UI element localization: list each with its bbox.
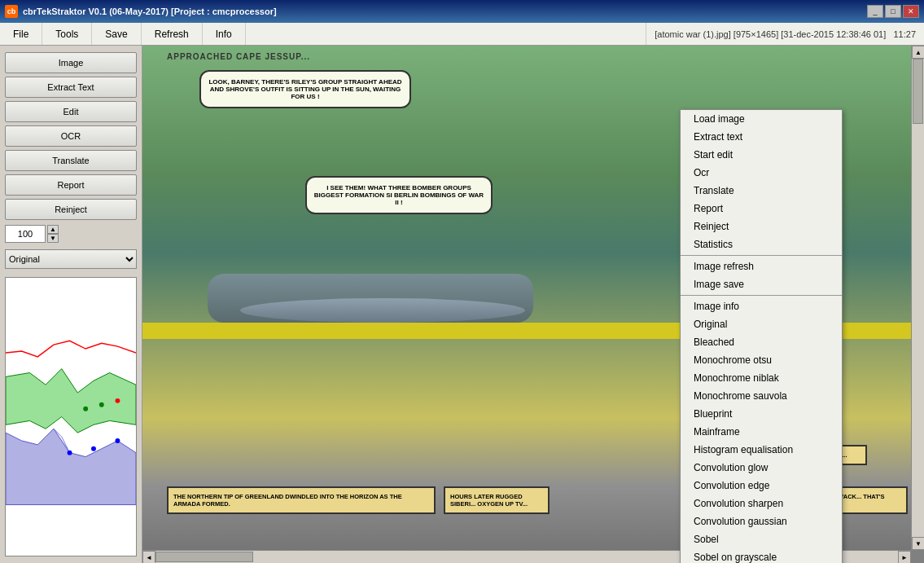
menu-item-load-image[interactable]: Load image	[681, 110, 842, 128]
menu-item-image-refresh[interactable]: Image refresh	[681, 257, 842, 275]
tools-menu[interactable]: Tools	[42, 23, 92, 45]
reinject-button[interactable]: Reinject	[5, 199, 137, 220]
scroll-thumb-v[interactable]	[913, 59, 923, 124]
caption-1: THE NORTHERN TIP OF GREENLAND DWINDLED I…	[167, 486, 436, 514]
window-controls: _ □ ✕	[867, 5, 919, 18]
menu-item-statistics[interactable]: Statistics	[681, 235, 842, 253]
title-bar-left: cb cbrTekStraktor V0.1 (06-May-2017) [Pr…	[5, 5, 277, 18]
scroll-right-button[interactable]: ►	[898, 551, 911, 563]
left-panel: Image Extract Text Edit OCR Translate Re…	[0, 46, 142, 563]
window-title: cbrTekStraktor V0.1 (06-May-2017) [Proje…	[23, 7, 277, 16]
report-button[interactable]: Report	[5, 174, 137, 196]
scroll-up-button[interactable]: ▲	[912, 46, 924, 59]
speech-bubble-1: LOOK, BARNEY, THERE'S RILEY'S GROUP STRA…	[199, 70, 411, 108]
scroll-down-button[interactable]: ▼	[912, 537, 924, 550]
svg-point-6	[83, 407, 88, 411]
menu-bar: File Tools Save Refresh Info [atomic war…	[0, 23, 924, 46]
save-menu[interactable]: Save	[92, 23, 141, 45]
svg-point-3	[68, 451, 72, 455]
zoom-control: ▲ ▼	[5, 225, 137, 243]
menu-item-monochrome-sauvola[interactable]: Monochrome sauvola	[681, 387, 842, 405]
menu-item-convolution-glow[interactable]: Convolution glow	[681, 459, 842, 477]
menu-item-start-edit[interactable]: Start edit	[681, 146, 842, 164]
svg-point-4	[91, 446, 96, 451]
translate-button[interactable]: Translate	[5, 150, 137, 171]
scroll-left-button[interactable]: ◄	[142, 551, 155, 563]
main-area: Image Extract Text Edit OCR Translate Re…	[0, 46, 924, 563]
menu-item-translate[interactable]: Translate	[681, 182, 842, 200]
zoom-down-button[interactable]: ▼	[47, 234, 59, 243]
ocr-button[interactable]: OCR	[5, 125, 137, 147]
menu-divider-10	[681, 295, 842, 296]
zoom-input[interactable]	[5, 225, 46, 243]
menu-item-convolution-edge[interactable]: Convolution edge	[681, 477, 842, 495]
caption-2: HOURS LATER RUGGED SIBERI... OXYGEN UP T…	[444, 486, 550, 514]
menu-item-convolution-sharpen[interactable]: Convolution sharpen	[681, 495, 842, 512]
title-bar: cb cbrTekStraktor V0.1 (06-May-2017) [Pr…	[0, 0, 924, 23]
mini-graph	[5, 277, 137, 556]
scroll-track-v	[912, 59, 924, 537]
minimize-button[interactable]: _	[867, 5, 883, 18]
menu-item-histogram-equalisation[interactable]: Histogram equalisation	[681, 441, 842, 459]
content-area: APPROACHED CAPE JESSUP... LOOK, BARNEY, …	[142, 46, 924, 563]
vertical-scrollbar[interactable]: ▲ ▼	[911, 46, 924, 550]
menu-divider-8	[681, 255, 842, 256]
scroll-thumb-h[interactable]	[155, 552, 253, 562]
maximize-button[interactable]: □	[885, 5, 901, 18]
edit-button[interactable]: Edit	[5, 101, 137, 122]
menu-item-extract-text[interactable]: Extract text	[681, 128, 842, 146]
svg-point-5	[115, 438, 120, 443]
menu-item-original[interactable]: Original	[681, 315, 842, 333]
menu-item-report[interactable]: Report	[681, 200, 842, 218]
refresh-menu[interactable]: Refresh	[142, 23, 203, 45]
image-button[interactable]: Image	[5, 52, 137, 73]
menu-item-reinject[interactable]: Reinject	[681, 218, 842, 235]
menu-item-monochrome-otsu[interactable]: Monochrome otsu	[681, 351, 842, 369]
menu-item-ocr[interactable]: Ocr	[681, 164, 842, 182]
menu-item-sobel[interactable]: Sobel	[681, 530, 842, 548]
header-text: APPROACHED CAPE JESSUP...	[167, 52, 911, 61]
menu-item-monochrome-niblak[interactable]: Monochrome niblak	[681, 369, 842, 387]
dropdown-menu: Load imageExtract textStart editOcrTrans…	[680, 109, 843, 563]
zoom-spinners: ▲ ▼	[47, 225, 59, 243]
file-info: [atomic war (1).jpg] [975×1465] [31-dec-…	[646, 23, 924, 45]
menu-item-blueprint[interactable]: Blueprint	[681, 405, 842, 423]
menu-item-sobel-grayscale[interactable]: Sobel on grayscale	[681, 548, 842, 563]
file-menu[interactable]: File	[0, 23, 42, 45]
view-mode-select[interactable]: Original Bleached Monochrome otsu Monoch…	[5, 249, 137, 269]
info-menu[interactable]: Info	[203, 23, 246, 45]
menu-item-bleached[interactable]: Bleached	[681, 333, 842, 351]
zoom-up-button[interactable]: ▲	[47, 225, 59, 234]
menu-item-convolution-gaussian[interactable]: Convolution gaussian	[681, 512, 842, 530]
close-button[interactable]: ✕	[903, 5, 919, 18]
menu-item-image-save[interactable]: Image save	[681, 275, 842, 293]
app-icon: cb	[5, 5, 18, 18]
svg-point-8	[115, 398, 120, 403]
svg-point-7	[99, 402, 104, 407]
menu-item-image-info[interactable]: Image info	[681, 297, 842, 315]
menu-item-mainframe[interactable]: Mainframe	[681, 423, 842, 441]
extract-text-button[interactable]: Extract Text	[5, 77, 137, 98]
speech-bubble-2: I SEE THEM! WHAT THREE BOMBER GROUPS BIG…	[305, 176, 493, 214]
